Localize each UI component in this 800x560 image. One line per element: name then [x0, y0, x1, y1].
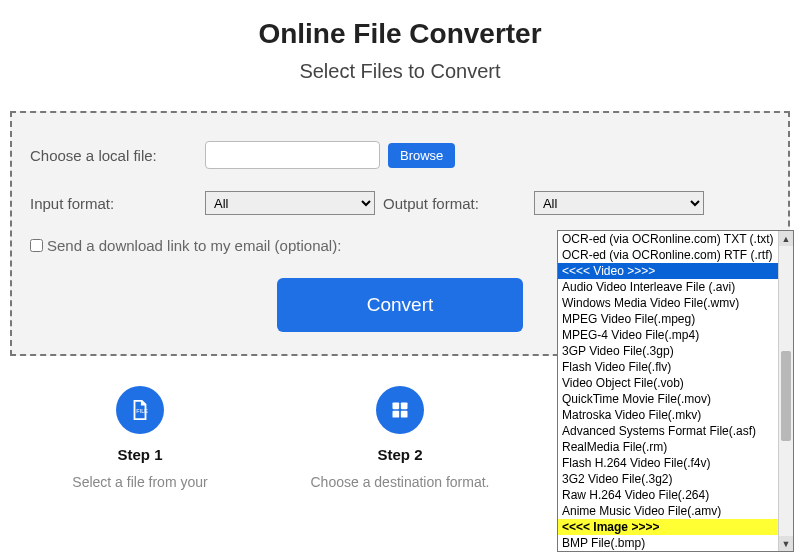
step-1-desc: Select a file from your	[11, 473, 268, 491]
scroll-down-icon[interactable]: ▼	[779, 536, 793, 551]
dropdown-option[interactable]: BMP File(.bmp)	[558, 535, 778, 551]
format-row: Input format: All Output format: All	[30, 191, 770, 215]
dropdown-option[interactable]: MPEG Video File(.mpeg)	[558, 311, 778, 327]
scroll-up-icon[interactable]: ▲	[779, 231, 793, 246]
step-1-title: Step 1	[11, 446, 268, 463]
dropdown-option[interactable]: Flash Video File(.flv)	[558, 359, 778, 375]
file-icon: FILE	[116, 386, 164, 434]
email-checkbox[interactable]	[30, 239, 43, 252]
dropdown-option[interactable]: OCR-ed (via OCRonline.com) TXT (.txt)	[558, 231, 778, 247]
page-subtitle: Select Files to Convert	[0, 60, 800, 83]
dropdown-option[interactable]: Matroska Video File(.mkv)	[558, 407, 778, 423]
svg-rect-3	[392, 411, 399, 418]
dropdown-option[interactable]: Raw H.264 Video File(.264)	[558, 487, 778, 503]
dropdown-option[interactable]: Advanced Systems Format File(.asf)	[558, 423, 778, 439]
dropdown-scrollbar[interactable]: ▲ ▼	[778, 231, 793, 551]
dropdown-option[interactable]: Anime Music Video File(.amv)	[558, 503, 778, 519]
page-title: Online File Converter	[0, 18, 800, 50]
dropdown-option[interactable]: RealMedia File(.rm)	[558, 439, 778, 455]
svg-rect-1	[392, 403, 399, 410]
file-row: Choose a local file: Browse	[30, 141, 770, 169]
email-checkbox-label: Send a download link to my email (option…	[47, 237, 341, 254]
step-2-title: Step 2	[271, 446, 528, 463]
dropdown-option[interactable]: 3G2 Video File(.3g2)	[558, 471, 778, 487]
dropdown-option[interactable]: Video Object File(.vob)	[558, 375, 778, 391]
input-format-select[interactable]: All	[205, 191, 375, 215]
dropdown-option[interactable]: MPEG-4 Video File(.mp4)	[558, 327, 778, 343]
grid-icon	[376, 386, 424, 434]
svg-rect-4	[401, 411, 408, 418]
browse-button[interactable]: Browse	[388, 143, 455, 168]
choose-file-label: Choose a local file:	[30, 147, 205, 164]
step-2: Step 2 Choose a destination format.	[271, 386, 528, 491]
input-format-label: Input format:	[30, 195, 205, 212]
output-format-label: Output format:	[383, 195, 479, 212]
output-format-select[interactable]: All	[534, 191, 704, 215]
step-2-desc: Choose a destination format.	[271, 473, 528, 491]
step-1: FILE Step 1 Select a file from your	[11, 386, 268, 491]
dropdown-option[interactable]: 3GP Video File(.3gp)	[558, 343, 778, 359]
file-input[interactable]	[205, 141, 380, 169]
dropdown-option[interactable]: Audio Video Interleave File (.avi)	[558, 279, 778, 295]
dropdown-option[interactable]: <<<< Image >>>>	[558, 519, 778, 535]
output-format-listbox[interactable]: OCR-ed (via OCRonline.com) TXT (.txt)OCR…	[557, 230, 794, 552]
dropdown-option[interactable]: Windows Media Video File(.wmv)	[558, 295, 778, 311]
dropdown-option[interactable]: OCR-ed (via OCRonline.com) RTF (.rtf)	[558, 247, 778, 263]
dropdown-option[interactable]: QuickTime Movie File(.mov)	[558, 391, 778, 407]
svg-text:FILE: FILE	[136, 408, 148, 414]
scroll-thumb[interactable]	[781, 351, 791, 441]
dropdown-option[interactable]: <<<< Video >>>>	[558, 263, 778, 279]
convert-button[interactable]: Convert	[277, 278, 524, 332]
dropdown-option[interactable]: Flash H.264 Video File(.f4v)	[558, 455, 778, 471]
svg-rect-2	[401, 403, 408, 410]
